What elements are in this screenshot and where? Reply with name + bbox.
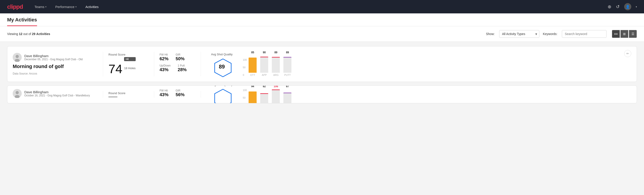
page-title: My Activities (7, 17, 37, 26)
view-buttons: ≡≡ ⊞ ☰ (612, 30, 637, 38)
card-divider-6 (200, 91, 201, 98)
arg-bar (272, 57, 280, 73)
avg-shot-quality-label: Avg Shot Quality (211, 53, 233, 56)
app-bar-container (260, 55, 268, 73)
arg-value-2: 106 (274, 86, 278, 88)
avatar-icon-2 (13, 89, 22, 98)
card-stats: FW Hit 62% GIR 50% Up/Down 43% 1 Putt 28… (160, 53, 195, 75)
user-avatar[interactable]: 👤 (624, 3, 631, 10)
stat-row-2: Up/Down 43% 1 Putt 28% (160, 64, 195, 72)
bar-group-putt: 89 PUTT (284, 51, 292, 76)
putt-value: 89 (286, 51, 289, 54)
nav-performance[interactable]: Performance ▾ (54, 0, 78, 14)
putt-bar-container (284, 55, 292, 73)
edit-button[interactable]: ✏ (624, 50, 631, 57)
stat-row-1: FW Hit 62% GIR 50% (160, 53, 195, 61)
chart-area: 100 50 0 85 OTT 90 (243, 52, 631, 76)
quality-hexagon-2 (213, 88, 231, 104)
viewing-count: 12 (19, 32, 22, 36)
putt-label: PUTT (284, 74, 291, 76)
nav-activities[interactable]: Activities (84, 0, 100, 14)
bar-group-app-2: 82 (260, 86, 268, 103)
score-holes: 18 Holes (124, 66, 136, 70)
updown-value: 43% (160, 67, 170, 72)
avatar-icon: 👤 (626, 5, 630, 9)
show-label: Show: (486, 32, 495, 36)
arg-bar-container-2 (272, 89, 280, 103)
filter-bar: Viewing 12 out of 29 Activities Show: Al… (0, 26, 644, 42)
bar-group-ott-2: 94 (248, 86, 256, 103)
refresh-icon[interactable]: ↺ (616, 4, 620, 9)
fw-hit-value-2: 43% (160, 92, 168, 97)
y-axis-2: 100 50 0 (243, 89, 247, 103)
grid-view-button[interactable]: ⊞ (620, 30, 628, 38)
user-info: Dave Billingham December 05, 2021 - Gog … (24, 54, 82, 61)
user-info-2: Dave Billingham October 16, 2021 - Gog M… (24, 90, 90, 97)
page-header: My Activities (0, 14, 644, 26)
list-view-button[interactable]: ≡≡ (612, 30, 620, 38)
gir-stat-2: GIR 56% (176, 89, 184, 97)
updown-label: Up/Down (160, 64, 170, 67)
chart-area-2: 100 50 0 94 82 (243, 86, 631, 103)
score-value: 74 (108, 63, 122, 75)
bar-groups: 85 OTT 90 APP (248, 51, 292, 76)
viewing-mid: out of (23, 32, 32, 36)
bar-group-app: 90 APP (260, 51, 268, 76)
nav-teams[interactable]: Teams ▾ (34, 0, 47, 14)
y-label-50: 50 (243, 66, 247, 69)
activity-card: Dave Billingham December 05, 2021 - Gog … (7, 46, 637, 82)
y-axis: 100 50 0 (243, 58, 247, 76)
card-divider (103, 52, 103, 76)
fw-hit-label-2: FW Hit (160, 89, 168, 92)
card-quality: Avg Shot Quality 89 (206, 53, 238, 76)
quality-value: 89 (219, 64, 225, 70)
user-date-2: October 16, 2021 - Gog Magog Golf Club -… (24, 94, 90, 97)
score-loading-bar (108, 96, 117, 97)
ott-value-2: 94 (251, 86, 254, 88)
viewing-total: 29 (32, 32, 36, 36)
card-left-2: Dave Billingham October 16, 2021 - Gog M… (13, 89, 98, 100)
arg-label: ARG (273, 74, 278, 76)
arg-bar-2 (272, 90, 280, 103)
gir-label: GIR (176, 53, 184, 56)
card-left: Dave Billingham December 05, 2021 - Gog … (13, 53, 98, 75)
bar-group-arg: 89 ARG (272, 51, 280, 76)
gir-label-2: GIR (176, 89, 184, 92)
card-score: Round Score 74 +4 18 Holes (108, 53, 148, 75)
bar-group-arg-2: 106 (272, 86, 280, 103)
fw-hit-stat: FW Hit 62% (160, 53, 168, 61)
card-divider-2 (154, 52, 154, 76)
ott-bar-container-2 (248, 89, 256, 103)
svg-point-1 (16, 55, 19, 58)
quality-hexagon: 89 (213, 58, 231, 76)
nav-activities-label: Activities (86, 5, 99, 9)
compact-view-button[interactable]: ☰ (629, 30, 637, 38)
viewing-text: Viewing 12 out of 29 Activities (7, 32, 50, 36)
bar-group-ott: 85 OTT (248, 51, 256, 76)
keyword-input[interactable] (562, 30, 606, 38)
app-value: 90 (263, 51, 266, 54)
nav-icons: ⊕ ↺ 👤 ▾ (608, 3, 637, 10)
one-putt-value: 28% (178, 67, 186, 72)
ott-value: 85 (251, 51, 254, 54)
main-content: Dave Billingham December 05, 2021 - Gog … (0, 42, 644, 111)
avatar-chevron: ▾ (636, 6, 637, 8)
putt-value-2: 87 (286, 86, 289, 88)
activity-title: Morning round of golf (13, 64, 92, 70)
avatar-icon (13, 53, 22, 62)
one-putt-stat: 1 Putt 28% (178, 64, 186, 72)
app-bar-2 (260, 93, 268, 103)
y-label-100: 100 (243, 58, 247, 61)
putt-bar-container-2 (284, 89, 292, 103)
putt-bar-2 (284, 92, 292, 103)
add-icon[interactable]: ⊕ (608, 4, 612, 9)
activity-type-select[interactable]: All Activity Types Round Practice (499, 30, 539, 38)
score-value-row: 74 +4 18 Holes (108, 57, 148, 75)
gir-stat: GIR 50% (176, 53, 184, 61)
user-name: Dave Billingham (24, 54, 82, 58)
fw-hit-value: 62% (160, 56, 168, 61)
card-divider-5 (154, 91, 154, 98)
bar-groups-2: 94 82 106 (248, 86, 292, 103)
avg-shot-quality-label-2: Avg Shot Quality (211, 86, 233, 86)
app-bar-container-2 (260, 89, 268, 103)
